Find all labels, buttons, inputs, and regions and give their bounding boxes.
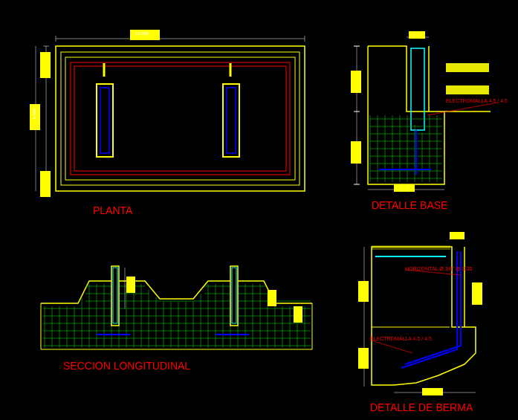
svg-rect-31 — [394, 184, 415, 192]
base-title: DETALLE BASE — [372, 199, 447, 211]
dim-planta-left2: 5.500 — [32, 108, 36, 119]
dim-planta-top: 10.500 — [135, 31, 149, 36]
svg-rect-53 — [446, 85, 489, 94]
seccion-title: SECCION LONGITUDINAL — [63, 360, 190, 372]
svg-rect-18 — [223, 84, 239, 157]
svg-rect-52 — [446, 63, 489, 72]
planta-view — [30, 30, 305, 197]
svg-line-128 — [372, 340, 412, 353]
seccion-view — [41, 266, 312, 349]
electromalla-annot-2: ELECTROMALLA 4.5 / 4.5 — [370, 336, 432, 341]
svg-rect-9 — [40, 171, 51, 197]
svg-rect-118 — [450, 232, 464, 239]
svg-rect-116 — [126, 277, 135, 293]
svg-rect-16 — [97, 84, 113, 157]
svg-rect-130 — [472, 282, 482, 305]
svg-rect-123 — [422, 388, 443, 395]
svg-rect-113 — [268, 290, 276, 306]
detalle-berma-view — [358, 232, 482, 395]
svg-rect-17 — [100, 88, 109, 153]
svg-rect-15 — [74, 66, 286, 171]
planta-title: PLANTA — [93, 204, 132, 216]
svg-rect-121 — [358, 348, 369, 369]
detalle-base-view — [351, 31, 498, 192]
svg-rect-19 — [227, 88, 236, 153]
svg-rect-29 — [351, 141, 361, 164]
berma-title: DETALLE DE BERMA — [370, 401, 473, 413]
svg-rect-129 — [372, 245, 450, 250]
horizontal-annot: HORIZONTAL Ø 3/8" @ 0.30 — [405, 266, 473, 271]
svg-line-56 — [427, 103, 498, 115]
svg-rect-11 — [56, 46, 305, 191]
svg-rect-8 — [40, 52, 51, 78]
svg-rect-114 — [294, 306, 302, 323]
svg-rect-14 — [71, 62, 290, 175]
svg-rect-32 — [411, 48, 424, 130]
svg-rect-28 — [351, 71, 361, 93]
svg-rect-120 — [358, 281, 369, 302]
electromalla-annot-1: ELECTROMALLA 4.5 / 4.5 — [446, 98, 508, 103]
svg-rect-27 — [409, 31, 425, 39]
